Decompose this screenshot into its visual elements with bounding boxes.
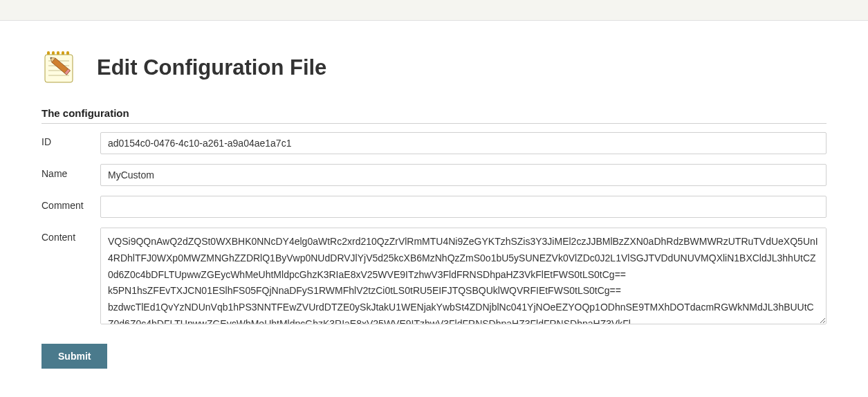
form-row-id: ID <box>41 132 827 154</box>
label-content: Content <box>41 228 100 243</box>
section-title: The configuration <box>41 107 827 124</box>
name-input[interactable] <box>100 164 827 186</box>
page-title: Edit Configuration File <box>97 55 326 80</box>
submit-button[interactable]: Submit <box>41 344 107 369</box>
top-bar <box>0 0 868 21</box>
label-comment: Comment <box>41 196 100 211</box>
label-name: Name <box>41 164 100 179</box>
content-textarea[interactable] <box>100 228 827 324</box>
form-row-comment: Comment <box>41 196 827 218</box>
form-row-name: Name <box>41 164 827 186</box>
page-header: Edit Configuration File <box>41 48 827 86</box>
id-input[interactable] <box>100 132 827 154</box>
label-id: ID <box>41 132 100 147</box>
main-container: Edit Configuration File The configuratio… <box>0 21 868 382</box>
comment-input[interactable] <box>100 196 827 218</box>
notepad-edit-icon <box>41 48 80 86</box>
form-row-content: Content <box>41 228 827 327</box>
